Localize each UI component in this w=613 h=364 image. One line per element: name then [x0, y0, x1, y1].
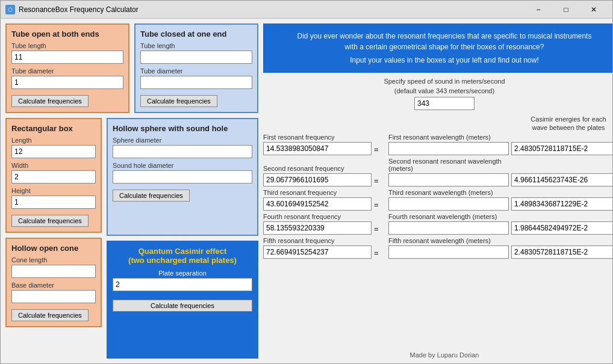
cone-section: Hollow open cone Cone length Base diamet… — [5, 238, 102, 327]
results-rows: First resonant frequency = First resonan… — [263, 134, 612, 259]
quantum-calc-button[interactable]: Calculate frequencies — [113, 300, 252, 312]
freq-label-3: Fourth resonant frequency — [263, 213, 372, 220]
rect-height-input[interactable]: 1 — [11, 196, 96, 209]
casimir-input-4[interactable] — [511, 245, 612, 259]
cone-title: Hollow open cone — [11, 244, 96, 253]
tube-closed-length-input[interactable] — [140, 51, 252, 64]
tube-closed-title: Tube closed at one end — [140, 29, 252, 39]
freq-input-3[interactable] — [263, 221, 372, 235]
freq-input-0[interactable] — [263, 142, 372, 155]
rect-width-input[interactable]: 2 — [11, 170, 96, 184]
wave-group-2: Third resonant wavelength (meters) — [388, 189, 509, 211]
eq-sign-3: = — [374, 224, 386, 235]
cone-length-group: Cone length — [11, 256, 96, 278]
rect-length-label: Length — [11, 137, 96, 144]
minimize-button[interactable]: − — [524, 1, 552, 19]
rect-length-group: Length 12 — [11, 137, 96, 158]
casimir-input-2[interactable] — [511, 197, 612, 211]
cone-length-input[interactable] — [11, 265, 96, 278]
rect-length-input[interactable]: 12 — [11, 145, 96, 158]
eq-sign-4: = — [374, 248, 386, 259]
left-col: Rectangular box Length 12 Width 2 Height… — [5, 118, 102, 359]
tube-open-length-input[interactable]: 11 — [11, 51, 123, 64]
sphere-diameter-input[interactable] — [113, 145, 252, 158]
wave-group-0: First resonant wavelength (meters) — [388, 134, 509, 155]
quantum-section: Quantum Casimir effect (two uncharged me… — [107, 241, 258, 359]
wave-input-4[interactable] — [388, 245, 509, 259]
result-row-4: Fourth resonant frequency = Fourth reson… — [263, 213, 612, 235]
wave-group-1: Second resonant resonant wavelength (met… — [388, 158, 509, 187]
maximize-button[interactable]: □ — [552, 1, 580, 19]
tube-closed-length-group: Tube length — [140, 42, 252, 64]
wave-label-0: First resonant wavelength (meters) — [388, 134, 509, 141]
wave-label-3: Fourth resonant wavelength (meters) — [388, 213, 509, 220]
sound-hole-label: Sound hole diameter — [113, 162, 252, 169]
casimir-group-2 — [511, 197, 612, 211]
close-button[interactable]: ✕ — [580, 1, 608, 19]
left-panel: Tube open at both ends Tube length 11 Tu… — [5, 23, 258, 359]
rect-height-label: Height — [11, 187, 96, 194]
right-panel: Did you ever wonder about the resonant f… — [263, 23, 612, 359]
results-section: Casimir energies for eachwave between th… — [263, 115, 612, 344]
speed-input[interactable]: 343 — [414, 97, 475, 110]
result-row-3: Third resonant frequency = Third resonan… — [263, 189, 612, 211]
top-row: Tube open at both ends Tube length 11 Tu… — [5, 23, 258, 113]
quantum-title-line1: Quantum Casimir effect — [113, 247, 252, 256]
eq-sign-2: = — [374, 200, 386, 211]
plate-sep-group: Plate separation 2 — [113, 270, 252, 291]
plate-sep-input[interactable]: 2 — [113, 278, 252, 291]
quantum-title-line2: (two uncharged metal plates) — [113, 256, 252, 265]
rect-width-label: Width — [11, 162, 96, 169]
tube-open-title: Tube open at both ends — [11, 29, 123, 39]
freq-input-2[interactable] — [263, 197, 372, 211]
rect-box-title: Rectangular box — [11, 124, 96, 133]
wave-group-3: Fourth resonant wavelength (meters) — [388, 213, 509, 235]
sphere-diameter-label: Sphere diameter — [113, 137, 252, 144]
tube-open-length-group: Tube length 11 — [11, 42, 123, 64]
plate-sep-label: Plate separation — [113, 270, 252, 277]
speed-label2: (default value 343 meters/second) — [394, 87, 494, 94]
tube-closed-length-label: Tube length — [140, 42, 252, 49]
freq-group-3: Fourth resonant frequency — [263, 213, 372, 235]
casimir-input-3[interactable] — [511, 221, 612, 235]
sphere-calc-button[interactable]: Calculate frequencies — [113, 190, 190, 202]
tube-closed-calc-button[interactable]: Calculate frequencies — [140, 95, 217, 107]
wave-input-0[interactable] — [388, 142, 509, 155]
tube-open-calc-button[interactable]: Calculate frequencies — [11, 95, 89, 107]
cone-length-label: Cone length — [11, 256, 96, 264]
casimir-input-1[interactable] — [511, 173, 612, 187]
cone-diameter-input[interactable] — [11, 290, 96, 303]
freq-input-1[interactable] — [263, 173, 372, 187]
tube-closed-diameter-label: Tube diameter — [140, 67, 252, 75]
wave-input-3[interactable] — [388, 221, 509, 235]
freq-input-4[interactable] — [263, 245, 372, 259]
speed-section: Specify speed of sound in meters/second … — [263, 78, 612, 110]
wave-input-2[interactable] — [388, 197, 509, 211]
sound-hole-group: Sound hole diameter — [113, 162, 252, 184]
rect-calc-button[interactable]: Calculate frequencies — [11, 215, 89, 227]
window-controls: − □ ✕ — [524, 1, 608, 19]
freq-group-2: Third resonant frequency — [263, 189, 372, 211]
cone-calc-button[interactable]: Calculate frequencies — [11, 309, 89, 321]
tube-open-length-label: Tube length — [11, 42, 123, 49]
wave-input-1[interactable] — [388, 173, 509, 187]
result-row-5: Fifth resonant frequency = Fifth resonan… — [263, 237, 612, 259]
tube-open-diameter-input[interactable]: 1 — [11, 76, 123, 89]
result-row-2: Second resonant frequency = Second reson… — [263, 158, 612, 187]
info-line3: Input your values in the boxes at your l… — [273, 55, 612, 66]
tube-open-diameter-group: Tube diameter 1 — [11, 67, 123, 89]
casimir-group-4 — [511, 245, 612, 259]
sound-hole-input[interactable] — [113, 170, 252, 184]
freq-label-2: Third resonant frequency — [263, 189, 372, 196]
sphere-title: Hollow sphere with sound hole — [113, 124, 252, 133]
freq-group-4: Fifth resonant frequency — [263, 237, 372, 259]
tube-closed-diameter-input[interactable] — [140, 76, 252, 89]
title-bar: ⬡ ResonanceBox Frequency Calculator − □ … — [1, 1, 612, 19]
info-line2: with a certain geometrical shape for the… — [273, 42, 612, 52]
freq-label-1: Second resonant frequency — [263, 165, 372, 172]
main-content: Tube open at both ends Tube length 11 Tu… — [1, 19, 612, 363]
casimir-input-0[interactable] — [511, 142, 612, 155]
wave-label-1: Second resonant resonant wavelength (met… — [388, 158, 509, 172]
quantum-title: Quantum Casimir effect (two uncharged me… — [113, 247, 252, 265]
tube-closed-section: Tube closed at one end Tube length Tube … — [134, 23, 258, 113]
